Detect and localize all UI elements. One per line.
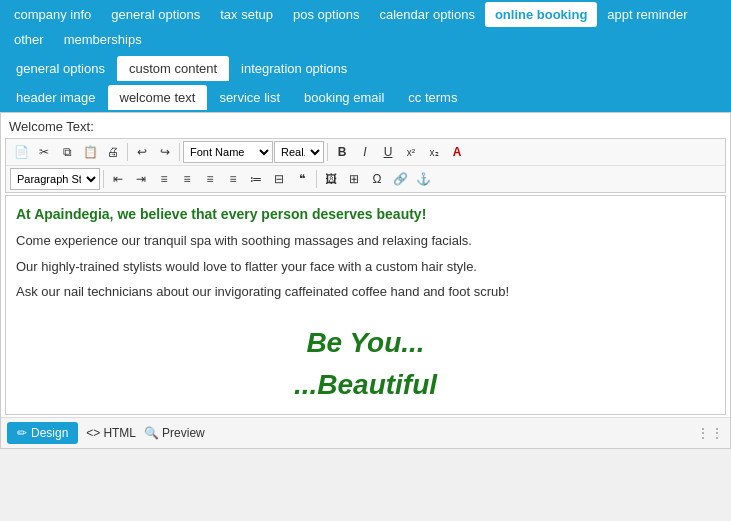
resize-handle[interactable]: ⋮⋮ xyxy=(696,425,724,441)
tab-cc-terms[interactable]: cc terms xyxy=(396,85,469,110)
toolbar-sep-3 xyxy=(327,143,328,161)
editor-line-4: Ask our nail technicians about our invig… xyxy=(16,282,715,302)
tab-welcome-text[interactable]: welcome text xyxy=(108,85,208,110)
tb-paste-icon[interactable]: 📋 xyxy=(79,141,101,163)
tb-indent-icon[interactable]: ⇥ xyxy=(130,168,152,190)
tb-print-icon[interactable]: 🖨 xyxy=(102,141,124,163)
tb-superscript-icon[interactable]: x² xyxy=(400,141,422,163)
tab-integration-options[interactable]: integration options xyxy=(229,56,359,81)
nav-item-online-booking[interactable]: online booking xyxy=(485,2,597,27)
tb-blockquote-icon[interactable]: ❝ xyxy=(291,168,313,190)
nav-item-pos-options[interactable]: pos options xyxy=(283,2,370,27)
nav-item-calendar-options[interactable]: calendar options xyxy=(370,2,485,27)
tb-align-left-icon[interactable]: ≡ xyxy=(153,168,175,190)
tb-copy-icon[interactable]: ⧉ xyxy=(56,141,78,163)
tb-align-justify-icon[interactable]: ≡ xyxy=(222,168,244,190)
toolbar-sep-1 xyxy=(127,143,128,161)
editor-bottom-bar: ✏ Design <> HTML 🔍 Preview ⋮⋮ xyxy=(1,417,730,448)
tab-header-image[interactable]: header image xyxy=(4,85,108,110)
tb-table-icon[interactable]: ⊞ xyxy=(343,168,365,190)
nav-item-company-info[interactable]: company info xyxy=(4,2,101,27)
nav-bar-3: header image welcome text service list b… xyxy=(0,83,731,112)
tb-image-icon[interactable]: 🖼 xyxy=(320,168,342,190)
preview-label: Preview xyxy=(162,426,205,440)
editor-big-line-1: Be You... xyxy=(16,322,715,364)
tb-align-right-icon[interactable]: ≡ xyxy=(199,168,221,190)
nav-item-tax-setup[interactable]: tax setup xyxy=(210,2,283,27)
toolbar-row-1: 📄 ✂ ⧉ 📋 🖨 ↩ ↪ Font Name Real... B I U x²… xyxy=(6,139,725,166)
tab-service-list[interactable]: service list xyxy=(207,85,292,110)
nav-item-appt-reminder[interactable]: appt reminder xyxy=(597,2,697,27)
editor-line-1: At Apaindegia, we believe that every per… xyxy=(16,204,715,225)
toolbar-row-2: Paragraph St... ⇤ ⇥ ≡ ≡ ≡ ≡ ≔ ⊟ ❝ 🖼 ⊞ Ω … xyxy=(6,166,725,192)
tb-bold-icon[interactable]: B xyxy=(331,141,353,163)
code-icon: <> xyxy=(86,426,100,440)
design-button[interactable]: ✏ Design xyxy=(7,422,78,444)
bottom-left-controls: ✏ Design <> HTML 🔍 Preview xyxy=(7,422,205,444)
tb-italic-icon[interactable]: I xyxy=(354,141,376,163)
tb-align-center-icon[interactable]: ≡ xyxy=(176,168,198,190)
design-label: Design xyxy=(31,426,68,440)
tb-link-icon[interactable]: 🔗 xyxy=(389,168,411,190)
tb-cut-icon[interactable]: ✂ xyxy=(33,141,55,163)
tb-underline-icon[interactable]: U xyxy=(377,141,399,163)
tb-specialchar-icon[interactable]: Ω xyxy=(366,168,388,190)
html-label: HTML xyxy=(103,426,136,440)
tb-anchor-icon[interactable]: ⚓ xyxy=(412,168,434,190)
tb-redo-icon[interactable]: ↪ xyxy=(154,141,176,163)
main-content: Welcome Text: 📄 ✂ ⧉ 📋 🖨 ↩ ↪ Font Name Re… xyxy=(0,112,731,449)
editor-big-line-2: ...Beautiful xyxy=(16,364,715,406)
toolbar-sep-5 xyxy=(316,170,317,188)
nav-bar-2: general options custom content integrati… xyxy=(0,54,731,83)
nav-item-other[interactable]: other xyxy=(4,27,54,52)
tb-ordered-list-icon[interactable]: ⊟ xyxy=(268,168,290,190)
nav-item-general-options[interactable]: general options xyxy=(101,2,210,27)
tb-fontcolor-icon[interactable]: A xyxy=(446,141,468,163)
toolbar-sep-2 xyxy=(179,143,180,161)
welcome-text-label: Welcome Text: xyxy=(1,113,730,136)
tb-newdoc-icon[interactable]: 📄 xyxy=(10,141,32,163)
tab-general-options[interactable]: general options xyxy=(4,56,117,81)
editor-line-2: Come experience our tranquil spa with so… xyxy=(16,231,715,251)
paragraph-select[interactable]: Paragraph St... xyxy=(10,168,100,190)
preview-button[interactable]: 🔍 Preview xyxy=(144,426,205,440)
tb-subscript-icon[interactable]: x₂ xyxy=(423,141,445,163)
nav-bar-1: company info general options tax setup p… xyxy=(0,0,731,54)
toolbar-sep-4 xyxy=(103,170,104,188)
editor-big-text: Be You... ...Beautiful xyxy=(16,322,715,406)
editor-toolbar: 📄 ✂ ⧉ 📋 🖨 ↩ ↪ Font Name Real... B I U x²… xyxy=(5,138,726,193)
tb-undo-icon[interactable]: ↩ xyxy=(131,141,153,163)
tb-unordered-list-icon[interactable]: ≔ xyxy=(245,168,267,190)
tb-outdent-icon[interactable]: ⇤ xyxy=(107,168,129,190)
size-select[interactable]: Real... xyxy=(274,141,324,163)
editor-body[interactable]: At Apaindegia, we believe that every per… xyxy=(5,195,726,415)
nav-item-memberships[interactable]: memberships xyxy=(54,27,152,52)
eye-icon: 🔍 xyxy=(144,426,159,440)
tab-custom-content[interactable]: custom content xyxy=(117,56,229,81)
pencil-icon: ✏ xyxy=(17,426,27,440)
tab-booking-email[interactable]: booking email xyxy=(292,85,396,110)
font-select[interactable]: Font Name xyxy=(183,141,273,163)
html-button[interactable]: <> HTML xyxy=(86,426,136,440)
editor-line-3: Our highly-trained stylists would love t… xyxy=(16,257,715,277)
